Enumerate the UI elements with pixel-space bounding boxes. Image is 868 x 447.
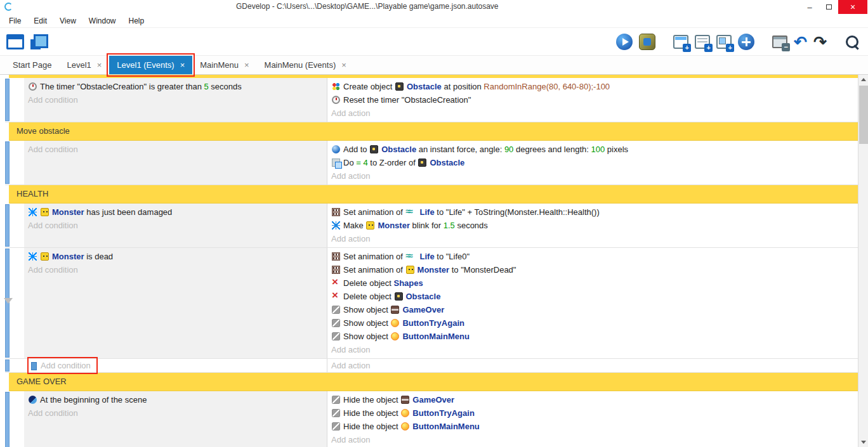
text-segment: blink for [410,221,444,230]
annotation-highlight: Add condition [29,359,96,372]
scene-editor-icon[interactable] [30,34,48,49]
timer-icon [29,82,37,91]
menu-file[interactable]: File [3,14,27,27]
text-segment: Show object [343,318,390,328]
project-manager-icon[interactable] [6,34,24,49]
event-selection-bar[interactable] [5,141,10,184]
condition-line[interactable]: The timer "ObstacleCreation" is greater … [24,80,327,93]
condition-line[interactable]: At the beginning of the scene [24,393,327,406]
close-tab-icon[interactable]: × [244,60,249,70]
object-name: GameOver [412,395,454,405]
new-external-events-icon[interactable] [695,35,710,49]
add-action-button[interactable]: Add action [327,169,858,183]
tab-start-page[interactable]: Start Page [5,56,59,74]
condition-line[interactable]: Monster is dead [24,250,327,263]
text-segment: degrees and length: [513,145,591,154]
add-action-button[interactable]: Add action [327,343,858,356]
remove-window-icon[interactable] [772,36,787,48]
search-icon[interactable] [845,34,860,50]
close-tab-icon[interactable]: × [341,60,346,70]
scroll-up-icon[interactable] [858,75,868,85]
menu-edit[interactable]: Edit [27,14,53,27]
event-selection-bar[interactable] [5,360,10,372]
debugger-icon[interactable] [639,34,655,50]
text-segment: Add to [343,145,369,154]
add-action-button[interactable]: Add action [327,433,858,446]
add-condition-button[interactable]: Add condition [24,406,327,420]
tab-level1[interactable]: Level1 × [59,56,109,74]
action-line[interactable]: Do = 4 to Z-order of Obstacle [327,156,858,169]
action-line[interactable]: Delete object Obstacle [327,290,858,303]
add-condition-button[interactable]: Add condition [24,263,327,276]
action-line[interactable]: Hide the object ButtonMainMenu [327,420,858,433]
action-line[interactable]: Add to Obstacle an instant force, angle:… [327,143,858,156]
scrollbar-thumb[interactable] [859,86,868,144]
add-circle-icon[interactable] [738,34,754,50]
new-scene-icon[interactable] [673,35,688,49]
add-action-button[interactable]: Add action [327,232,858,245]
obstacle-object-icon [370,145,378,153]
play-icon[interactable] [616,34,633,50]
button-object-icon [391,332,399,340]
object-name: ButtonTryAgain [402,318,464,328]
close-button[interactable]: × [838,0,867,14]
menu-help[interactable]: Help [122,14,151,27]
redo-icon[interactable]: ↷ [813,34,827,50]
event-selection-bar[interactable] [5,392,10,447]
action-line[interactable]: Delete object Shapes [327,276,858,290]
object-name: ButtonMainMenu [402,332,469,341]
condition-line[interactable]: Monster has just been damaged [24,205,327,219]
placeholder-text: Add action [331,435,370,444]
tab-level1-events[interactable]: Level1 (Events) × [109,56,192,74]
minimize-button[interactable]: – [800,0,819,14]
tab-mainmenu[interactable]: MainMenu × [192,56,256,74]
text-segment: 1.5 [444,221,455,230]
add-condition-button[interactable]: Add condition [24,143,327,156]
event-group-header[interactable]: HEALTH [9,185,858,204]
maximize-button[interactable] [819,0,838,14]
close-tab-icon[interactable]: × [180,60,185,70]
action-line[interactable]: Set animation of Life to "Life" + ToStri… [327,205,858,219]
object-name: Monster [52,207,84,217]
action-line[interactable]: Reset the timer "ObstacleCreation" [327,93,858,107]
text-segment: Hide the object [343,395,400,405]
event-selection-bar[interactable] [5,204,10,247]
action-line[interactable]: Hide the object GameOver [327,393,858,406]
event-group-header[interactable]: GAME OVER [9,373,858,391]
text-segment: Create object [343,82,395,91]
add-condition-button[interactable]: Add condition [24,359,327,372]
event-drag-handle[interactable] [31,362,37,370]
add-condition-button[interactable]: Add condition [24,219,327,232]
conditions-cell: The timer "ObstacleCreation" is greater … [24,78,327,122]
action-line[interactable]: Set animation of Monster to "MonsterDead… [327,263,858,276]
add-action-button[interactable]: Add action [327,107,858,120]
close-tab-icon[interactable]: × [97,60,102,70]
actions-cell: Add to Obstacle an instant force, angle:… [327,141,858,185]
event-group-header[interactable]: Move obstacle [9,122,858,141]
action-line[interactable]: Show object GameOver [327,303,858,316]
action-line[interactable]: Hide the object ButtonTryAgain [327,406,858,420]
action-line[interactable]: Show object ButtonTryAgain [327,316,858,330]
monster-object-icon [366,221,374,230]
vertical-scrollbar[interactable] [858,75,868,447]
text-segment: 100 [591,145,605,154]
text-segment: Show object [343,305,390,314]
add-action-button[interactable]: Add action [327,359,858,372]
tab-mainmenu-events[interactable]: MainMenu (Events) × [257,56,354,74]
tab-label: Level1 (Events) [117,60,174,70]
scene-start-icon [29,396,37,404]
action-line[interactable]: Make Monster blink for 1.5 seconds [327,219,858,232]
action-line[interactable]: Create object Obstacle at position Rando… [327,80,858,93]
life-object-icon [406,208,417,216]
action-line[interactable]: Set animation of Life to "Life0" [327,250,858,263]
undo-icon[interactable]: ↶ [794,34,807,50]
tab-label: MainMenu [200,60,239,70]
force-icon [332,145,340,153]
menu-view[interactable]: View [53,14,82,27]
scroll-down-icon[interactable] [858,437,868,447]
add-condition-button[interactable]: Add condition [24,93,327,107]
event-selection-bar[interactable] [5,79,10,121]
new-external-layout-icon[interactable] [716,35,732,49]
menu-window[interactable]: Window [82,14,122,27]
action-line[interactable]: Show object ButtonMainMenu [327,330,858,343]
